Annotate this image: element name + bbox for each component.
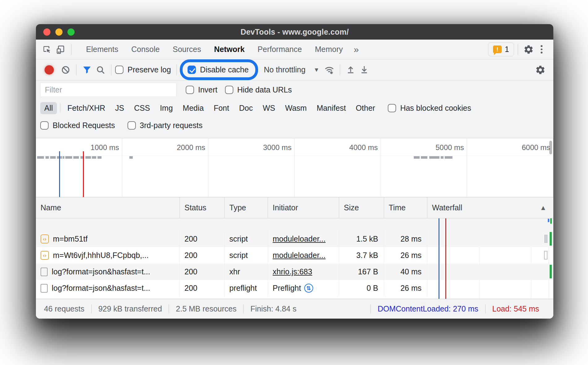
more-tabs-icon[interactable]: » (349, 44, 363, 55)
type-filter-manifest[interactable]: Manifest (313, 102, 350, 114)
tab-sources[interactable]: Sources (166, 40, 208, 59)
overview-tick-label: 3000 ms (263, 143, 292, 152)
type-filter-img[interactable]: Img (156, 102, 177, 114)
has-blocked-cookies-label: Has blocked cookies (400, 104, 471, 113)
overview-tick-label: 4000 ms (349, 143, 378, 152)
blocked-requests-checkbox[interactable] (40, 121, 49, 130)
has-blocked-cookies-checkbox[interactable] (388, 104, 396, 112)
network-conditions-icon[interactable] (322, 63, 336, 77)
import-har-icon[interactable] (344, 63, 357, 77)
overview-dcl-line (59, 151, 60, 197)
throttling-dropdown[interactable]: No throttling ▼ (259, 65, 322, 74)
status-load: Load: 545 ms (485, 304, 546, 313)
type-filter-fetch-xhr[interactable]: Fetch/XHR (63, 102, 109, 114)
type-filter-wasm[interactable]: Wasm (281, 102, 311, 114)
initiator-link[interactable]: moduleloader... (273, 251, 326, 260)
preserve-log-checkbox[interactable] (115, 66, 123, 74)
filter-input[interactable] (40, 83, 176, 97)
hide-data-urls-control: Hide data URLs (225, 85, 292, 94)
waterfall-cell (427, 264, 553, 280)
type-filter-other[interactable]: Other (352, 102, 379, 114)
divider (340, 64, 340, 75)
overview-gridline (294, 138, 295, 197)
hide-data-urls-label: Hide data URLs (237, 85, 292, 94)
tab-console[interactable]: Console (125, 40, 166, 59)
overview-activity-bar (85, 156, 91, 159)
column-header-size[interactable]: Size (339, 197, 384, 218)
status-cell: 200 (180, 264, 225, 280)
divider (176, 64, 177, 75)
column-header-waterfall[interactable]: Waterfall ▲ (427, 197, 553, 218)
time-cell: 26 ms (384, 280, 427, 296)
type-cell: xhr (225, 264, 268, 280)
devtools-tab-bar: ElementsConsoleSourcesNetworkPerformance… (36, 40, 553, 59)
type-filter-font[interactable]: Font (210, 102, 233, 114)
kebab-menu-icon[interactable] (535, 45, 548, 54)
initiator-link[interactable]: moduleloader... (273, 234, 326, 243)
column-header-status[interactable]: Status (180, 197, 225, 218)
request-row[interactable]: ‹›m=bm51tf200scriptmoduleloader...1.5 kB… (36, 231, 553, 247)
window-title: DevTools - www.google.com/ (36, 24, 553, 40)
third-party-requests-checkbox[interactable] (128, 121, 136, 130)
tab-performance[interactable]: Performance (251, 40, 308, 59)
status-cell: 200 (180, 231, 225, 247)
tab-memory[interactable]: Memory (308, 40, 349, 59)
request-row[interactable]: ‹›m=Wt6vjf,hhhU8,FCpbqb,...200scriptmodu… (36, 247, 553, 264)
status-finish: Finish: 4.84 s (243, 304, 303, 313)
request-name: log?format=json&hasfast=t... (52, 284, 150, 293)
size-cell: 0 B (339, 280, 384, 296)
tab-elements[interactable]: Elements (80, 40, 125, 59)
settings-gear-icon[interactable] (522, 43, 535, 56)
blocked-requests-label: Blocked Requests (53, 121, 115, 130)
overview-activity-bar (421, 156, 427, 159)
issues-badge-button[interactable]: ! 1 (488, 42, 514, 56)
network-overview-timeline[interactable]: 1000 ms2000 ms3000 ms4000 ms5000 ms6000 … (36, 138, 553, 197)
overview-activity-bar (73, 156, 79, 159)
device-toolbar-icon[interactable] (54, 43, 67, 56)
filter-funnel-icon[interactable] (80, 63, 94, 77)
export-har-icon[interactable] (357, 63, 371, 77)
sort-ascending-icon[interactable]: ▲ (540, 204, 547, 212)
third-party-requests-label: 3rd-party requests (140, 121, 203, 130)
preserve-log-label: Preserve log (128, 65, 171, 74)
preflight-arrows-icon[interactable]: ⇅ (304, 284, 313, 293)
hide-data-urls-checkbox[interactable] (225, 86, 233, 94)
initiator-link[interactable]: xhrio.js:683 (273, 267, 312, 276)
divider (71, 44, 71, 55)
status-domcontentloaded: DOMContentLoaded: 270 ms (370, 304, 485, 313)
type-filter-css[interactable]: CSS (130, 102, 154, 114)
overview-gridline (467, 138, 467, 197)
column-header-time[interactable]: Time (384, 197, 427, 218)
type-filter-ws[interactable]: WS (259, 102, 279, 114)
clear-icon[interactable] (59, 63, 72, 77)
script-file-icon: ‹› (41, 234, 49, 243)
invert-checkbox[interactable] (186, 86, 194, 94)
size-cell: 167 B (339, 264, 384, 280)
type-filter-js[interactable]: JS (111, 102, 128, 114)
status-cell: 200 (180, 247, 225, 264)
panel-tabs: ElementsConsoleSourcesNetworkPerformance… (80, 40, 349, 59)
chevron-down-icon: ▼ (313, 67, 319, 73)
invert-label: Invert (198, 85, 218, 94)
waterfall-cell (427, 231, 553, 247)
overview-tick-label: 2000 ms (177, 143, 205, 152)
tab-network[interactable]: Network (208, 40, 251, 59)
inspect-element-icon[interactable] (40, 43, 54, 56)
type-filter-all[interactable]: All (40, 102, 57, 114)
search-icon[interactable] (94, 63, 107, 77)
disable-cache-checkbox[interactable] (188, 66, 196, 74)
column-header-name[interactable]: Name (36, 197, 180, 218)
waterfall-cell (427, 247, 553, 264)
request-filter-row: Blocked Requests 3rd-party requests (36, 117, 553, 134)
type-filter-media[interactable]: Media (179, 102, 208, 114)
request-row[interactable]: log?format=json&hasfast=t...200preflight… (36, 280, 553, 296)
network-settings-gear-icon[interactable] (534, 63, 547, 77)
status-cell: 200 (180, 280, 225, 296)
column-header-type[interactable]: Type (225, 197, 268, 218)
overview-activity-bar (92, 156, 96, 159)
record-button[interactable] (45, 65, 54, 75)
type-filter-doc[interactable]: Doc (235, 102, 257, 114)
column-header-initiator[interactable]: Initiator (268, 197, 339, 218)
request-row[interactable]: log?format=json&hasfast=t...200xhrxhrio.… (36, 264, 553, 280)
divider (76, 64, 76, 75)
